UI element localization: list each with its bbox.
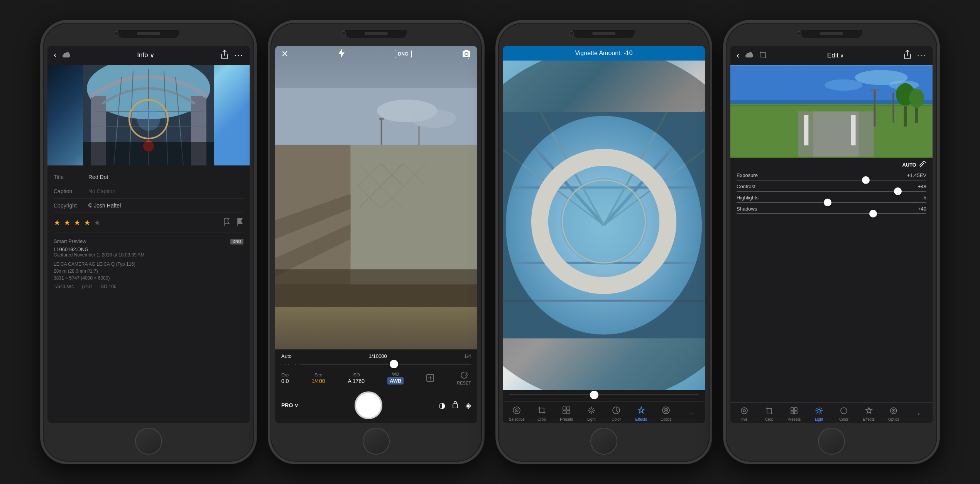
edit-dropdown[interactable]: ∨: [840, 52, 844, 59]
phone-3: Vignette Amount: -10: [496, 20, 712, 464]
light-edit-panel: AUTO Exposure +1.45EV: [730, 158, 933, 402]
camera-dot-1: [114, 31, 118, 36]
home-button-4[interactable]: [818, 428, 845, 455]
tool-color[interactable]: Color: [605, 405, 628, 422]
more-options-icon[interactable]: ⋮: [465, 51, 473, 60]
half-moon-icon[interactable]: ◑: [439, 401, 445, 410]
tool-more[interactable]: ···: [679, 408, 703, 418]
svg-line-113: [821, 408, 821, 409]
wb-value: AWB: [387, 377, 404, 385]
share-icon[interactable]: [221, 50, 228, 61]
tool-light[interactable]: Light: [580, 405, 603, 422]
crop-label: Crop: [537, 417, 546, 422]
wand-icon[interactable]: [919, 161, 926, 169]
exposure-val: +1.45EV: [907, 172, 926, 178]
flag-filled-icon[interactable]: [237, 218, 243, 228]
more-icon-p4[interactable]: ···: [917, 51, 926, 61]
svg-point-106: [818, 409, 820, 412]
camera-viewfinder: ✕ DNG: [275, 46, 477, 349]
vignette-slider: [503, 390, 705, 401]
vignette-track[interactable]: [509, 395, 699, 395]
edit-label: Edit: [827, 52, 838, 59]
wb-control[interactable]: WB AWB: [387, 372, 404, 385]
exp-control[interactable]: Exp 0.0: [281, 373, 289, 384]
file-info: Smart Preview DNG L1060192.DNG Captured …: [54, 233, 243, 291]
pro-label: PRO ∨: [281, 402, 298, 408]
highlights-track[interactable]: [737, 202, 926, 203]
lock-icon[interactable]: [452, 400, 458, 410]
tool-effects-p4[interactable]: Effects: [858, 406, 879, 422]
star-2[interactable]: ★: [64, 218, 71, 227]
svg-rect-65: [563, 411, 566, 414]
star-5[interactable]: ★: [94, 218, 101, 227]
close-button[interactable]: ✕: [281, 49, 288, 59]
tool-crop[interactable]: Crop: [530, 405, 553, 422]
exposure-row: Auto 1/10000 1/4: [281, 353, 471, 359]
tool-effects[interactable]: Effects: [630, 405, 653, 422]
arch-svg: [47, 65, 250, 165]
svg-line-99: [919, 161, 924, 165]
plus-control[interactable]: [426, 374, 434, 383]
svg-rect-90: [892, 93, 894, 123]
auto-label: Auto: [281, 353, 292, 359]
pro-button[interactable]: PRO ∨: [281, 402, 298, 408]
tool-light-p4[interactable]: Light: [808, 406, 830, 422]
contrast-track[interactable]: [737, 191, 926, 192]
edit-photo: [730, 65, 933, 158]
tool-selective[interactable]: Selective: [505, 405, 528, 422]
exposure-track[interactable]: [737, 180, 926, 180]
exposure-header: Exposure +1.45EV: [737, 172, 926, 178]
effects-label-p4: Effects: [863, 417, 875, 422]
iso-control[interactable]: ISO A 1760: [348, 373, 365, 384]
tool-color-p4[interactable]: Color: [833, 406, 855, 422]
svg-point-18: [411, 109, 456, 128]
tool-presets-p4[interactable]: Presets: [784, 406, 805, 422]
sec-control[interactable]: Sec 1/400: [311, 373, 325, 384]
tool-presets[interactable]: Presets: [555, 405, 578, 422]
light-icon-p4: [814, 406, 824, 416]
exposure-slider[interactable]: [299, 364, 471, 364]
color-icon: [611, 405, 622, 416]
phone-2: ✕ DNG: [268, 20, 484, 464]
photo-thumbnail: [47, 65, 250, 165]
share-icon-p4[interactable]: [904, 50, 911, 61]
home-button-2[interactable]: [363, 428, 390, 455]
svg-rect-89: [870, 89, 879, 91]
tool-more-p4[interactable]: ›: [908, 408, 929, 418]
lightning-icon[interactable]: [338, 49, 345, 59]
shadows-track[interactable]: [737, 213, 926, 214]
optics-icon-p4: [889, 406, 899, 416]
tool-optics-p4[interactable]: Optics: [883, 406, 904, 422]
aperture: ƒ/4.0: [81, 284, 92, 289]
reset-control[interactable]: RESET: [457, 371, 471, 385]
home-button-1[interactable]: [135, 428, 162, 455]
leaf-icon[interactable]: ◈: [465, 401, 471, 410]
more-icon[interactable]: ···: [234, 50, 243, 60]
title-row: Title Red Dot: [54, 170, 243, 184]
crop-icon-p4[interactable]: [759, 51, 767, 60]
tool-crop-p4[interactable]: Crop: [759, 406, 780, 422]
svg-rect-88: [874, 89, 875, 126]
tool-selective-p4[interactable]: tive: [734, 406, 755, 422]
contrast-thumb: [894, 187, 902, 195]
back-icon[interactable]: ‹: [54, 50, 56, 60]
cloud-icon[interactable]: [63, 51, 70, 59]
phone4-screen: ‹ Edit ∨: [730, 46, 933, 423]
shutter-button[interactable]: [355, 391, 382, 419]
exp-label: Exp: [281, 373, 289, 377]
cloud-icon-p4[interactable]: [745, 52, 753, 59]
info-dropdown[interactable]: ∨: [150, 51, 154, 59]
star-1[interactable]: ★: [54, 218, 61, 227]
svg-rect-14: [83, 142, 214, 165]
sec-label: Sec: [314, 373, 322, 377]
auto-button[interactable]: AUTO: [902, 162, 916, 168]
tech-specs: 1/640 sec ƒ/4.0 ISO 100: [54, 284, 243, 289]
home-button-3[interactable]: [590, 428, 617, 455]
star-4[interactable]: ★: [84, 218, 91, 227]
exposure-slider-row: · · · · ·: [281, 361, 471, 367]
tool-optics[interactable]: Optics: [654, 405, 678, 422]
flag-icon[interactable]: [223, 218, 230, 228]
star-3[interactable]: ★: [74, 218, 81, 227]
back-icon-p4[interactable]: ‹: [737, 51, 739, 61]
shutter-speed: 1/640 sec: [54, 284, 74, 289]
